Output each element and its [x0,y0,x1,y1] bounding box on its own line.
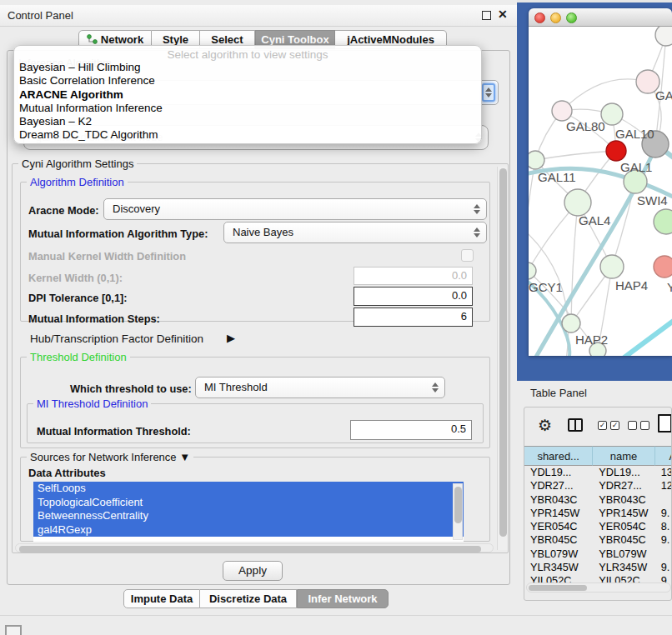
tab-impute-data[interactable]: Impute Data [123,589,200,608]
application-window: Control Panel ✕ Network Style Select Cyn… [0,0,672,635]
network-node[interactable] [529,262,536,279]
tab-jactivemnodules-label: jActiveMNodules [347,33,434,46]
table-column-header[interactable]: A [655,446,672,466]
algorithm-option[interactable]: Mutual Information Inference [14,102,481,115]
tab-discretize-data[interactable]: Discretize Data [200,589,297,608]
network-node[interactable] [655,27,672,46]
sources-title: Sources for Network Inference ▼ [27,451,193,463]
table-cell: YLR345W [593,561,654,574]
tab-infer-network[interactable]: Infer Network [297,589,389,608]
algorithm-option[interactable]: Basic Correlation Inference [14,74,481,88]
table-row[interactable]: YDL19...YDL19...13 [524,466,672,479]
scrollbar-thumb[interactable] [529,585,587,591]
data-attributes-list[interactable]: SelfLoopsTopologicalCoefficientBetweenne… [33,482,464,542]
table-horizontal-scrollbar[interactable] [526,582,671,592]
table-row[interactable]: YPR145WYPR145W9. [524,507,672,520]
network-view-window[interactable]: GALGAL80GAL10GAL1GAL11SWI4GAL4HAP4YGCY1H… [529,8,672,356]
network-node[interactable] [552,101,572,121]
table-cell [655,548,672,561]
table-cell: YBR045C [524,533,593,547]
table-body: YDL19...YDL19...13YDR27...YDR27...12YBR0… [524,466,672,588]
checked-checkbox-icon[interactable]: ✓ [610,421,619,430]
data-attribute-item[interactable]: gal4RGexp [33,523,464,538]
collapsed-panel-icon[interactable] [5,625,22,635]
zoom-traffic-light-icon[interactable] [566,12,577,23]
aracne-mode-combo[interactable]: Discovery [103,198,487,220]
scrollbar-thumb[interactable] [19,546,481,552]
float-panel-icon[interactable] [482,11,491,20]
network-window-titlebar[interactable] [529,8,672,27]
table-row[interactable]: YBL079WYBL079W [524,548,672,561]
kernel-width-label: Kernel Width (0,1): [28,272,123,284]
file-icon[interactable] [658,414,672,432]
dpi-tolerance-field[interactable]: 0.0 [354,287,473,306]
network-node[interactable] [529,151,544,169]
network-node[interactable] [654,256,672,278]
algorithm-option[interactable]: ARACNE Algorithm [14,88,481,102]
table-cell: YDL19... [524,466,593,479]
close-traffic-light-icon[interactable] [534,12,545,23]
table-row[interactable]: YDR27...YDR27...12 [524,479,672,492]
settings-horizontal-scrollbar[interactable] [15,543,494,552]
network-edge[interactable] [619,320,672,356]
algorithm-option[interactable]: Bayesian – Hill Climbing [14,61,481,74]
algorithm-option[interactable]: Bayesian – K2 [14,115,481,128]
hub-definition-label: Hub/Transcription Factor Definition [30,332,203,345]
algorithm-dropdown-popup: Select algorithm to view settings Bayesi… [13,45,482,144]
combo-spinner-icon [429,380,442,395]
gear-icon[interactable]: ⚙ [538,416,552,435]
algorithm-option[interactable]: Dream8 DC_TDC Algorithm [14,128,481,142]
network-node[interactable] [654,209,672,234]
table-cell: YDR27... [524,479,593,492]
attribute-list-scrollbar[interactable] [453,483,463,540]
table-cell: YBR045C [593,533,654,547]
data-attribute-item[interactable]: TopologicalCoefficient [33,496,464,510]
network-node[interactable] [606,141,626,161]
table-cell: YLR345W [524,561,593,574]
table-cell: YBR043C [524,493,593,507]
tab-infer-network-label: Infer Network [308,592,377,605]
checked-checkbox-icon[interactable]: ✓ [598,421,607,430]
minimize-traffic-light-icon[interactable] [550,12,561,23]
scrollbar-thumb[interactable] [499,168,507,537]
which-threshold-combo[interactable]: MI Threshold [195,377,445,398]
network-edge[interactable] [535,151,616,160]
table-row[interactable]: YLR345WYLR345W9. [524,561,672,574]
table-row[interactable]: YER054CYER054C8. [524,520,672,533]
table-cell: 12 [655,479,672,492]
apply-button[interactable]: Apply [223,561,283,581]
close-icon[interactable]: ✕ [498,8,508,21]
network-node[interactable] [564,189,591,216]
scrollbar-thumb[interactable] [454,487,462,523]
unchecked-checkbox-icon[interactable] [640,421,649,430]
mi-type-combo[interactable]: Naive Bayes [223,222,487,243]
collapse-arrow-icon[interactable]: ▼ [179,451,190,463]
table-column-header[interactable]: shared... [524,446,593,466]
mi-steps-field[interactable]: 6 [354,308,473,327]
settings-scrollbar[interactable] [497,167,508,550]
network-edge[interactable] [571,202,578,323]
network-node[interactable] [600,255,624,278]
data-attribute-item[interactable]: BetweennessCentrality [33,509,464,523]
table-cell: YPR145W [524,507,593,520]
mi-threshold-field[interactable]: 0.5 [350,420,472,440]
table-cell: YDR27... [593,479,654,492]
tab-impute-data-label: Impute Data [131,592,193,605]
manual-kernel-checkbox[interactable] [461,249,474,262]
table-column-header[interactable]: name [593,446,655,466]
unchecked-checkbox-icon[interactable] [628,421,637,430]
columns-icon[interactable] [568,418,583,432]
combo-spinner-icon [482,83,495,102]
data-attribute-item[interactable]: SelfLoops [33,482,464,496]
network-node[interactable] [562,314,580,332]
network-canvas[interactable]: GALGAL80GAL10GAL1GAL11SWI4GAL4HAP4YGCY1H… [529,27,672,356]
table-row[interactable]: YBR043CYBR043C [524,493,672,507]
table-cell: YDL19... [593,466,654,479]
expand-arrow-icon[interactable]: ▶ [227,332,235,344]
node-label: HAP2 [575,332,608,347]
node-label: GAL [655,88,672,102]
kernel-width-field[interactable]: 0.0 [354,267,473,285]
table-row[interactable]: YBR045CYBR045C9. [524,533,672,547]
mi-steps-value: 6 [461,310,467,322]
panel-title: Control Panel [8,9,73,22]
